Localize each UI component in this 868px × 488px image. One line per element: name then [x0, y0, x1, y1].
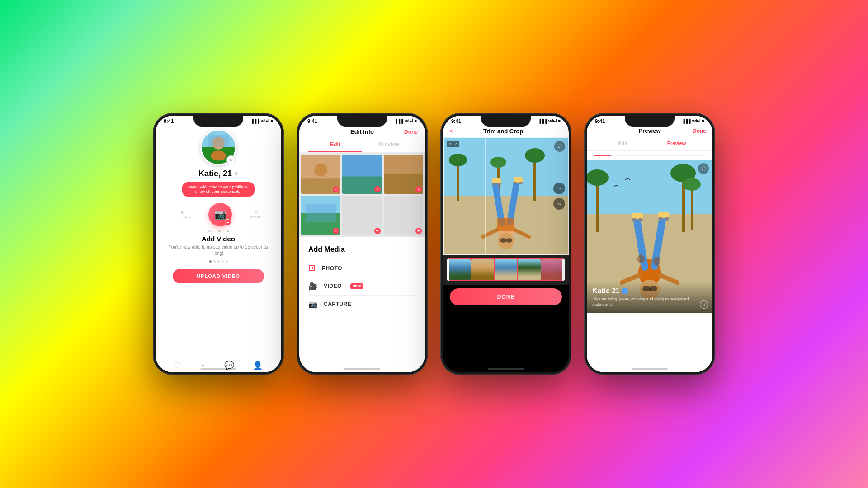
home-indicator-1: [200, 368, 236, 370]
notch-1: [193, 116, 243, 127]
phone2-header: Edit Info Done: [299, 125, 425, 138]
svg-rect-4: [208, 135, 229, 147]
preview-title: Preview: [638, 127, 660, 134]
status-icons-3: ▐▐▐ WiFi ■: [538, 119, 561, 123]
tab-preview-4[interactable]: Preview: [650, 137, 703, 150]
signal-icon-3: ▐▐▐: [538, 119, 547, 123]
remove-photo-4[interactable]: ×: [333, 228, 339, 234]
svg-point-54: [658, 217, 663, 221]
svg-point-52: [638, 218, 643, 221]
video-container: 0:07 🔊 ∞ 1x: [443, 137, 569, 255]
done-button-3[interactable]: DONE: [450, 288, 562, 305]
upload-video-button[interactable]: UPLOAD VIDEO: [173, 269, 264, 283]
grid-h-2: [443, 216, 569, 216]
loop-control[interactable]: ∞: [553, 183, 565, 194]
svg-point-51: [632, 218, 637, 221]
photo-cell-add-2[interactable]: +: [384, 196, 423, 235]
media-option-video[interactable]: 🎥 VIDEO NEW: [308, 277, 416, 296]
remove-photo-2[interactable]: ×: [374, 186, 381, 192]
name-text: Katie, 21: [198, 169, 232, 178]
svg-point-6: [314, 163, 327, 176]
phone2-tabs: Edit Preview: [299, 138, 425, 153]
media-option-capture[interactable]: 📷 CAPTURE: [308, 296, 416, 313]
add-media-button[interactable]: 📷 +: [208, 203, 232, 226]
capture-icon: 📷: [308, 300, 317, 309]
tab-edit[interactable]: Edit: [308, 138, 362, 152]
wifi-icon-1: WiFi: [261, 119, 269, 123]
preview-done-btn[interactable]: Done: [693, 128, 706, 134]
nav-person[interactable]: 👤: [253, 361, 263, 371]
video-controls-right: ∞ 1x: [553, 183, 565, 210]
nav-heart[interactable]: ♡: [174, 361, 181, 371]
add-media-section: Add Media 🖼 PHOTO 🎥 VIDEO NEW 📷 CAPTURE: [299, 239, 425, 319]
profile-name: Katie, 21 ⚙: [198, 169, 238, 178]
photo-icon: 🖼: [308, 264, 316, 272]
preview-overlay: Katie 21 ✓ I like traveling, jokes, cook…: [587, 282, 712, 313]
bottom-icons-row: ⚙ SETTINGS 📷 + 🛡 SAFETY: [165, 203, 272, 226]
svg-point-42: [587, 169, 609, 186]
wifi-icon-3: WiFi: [548, 119, 557, 123]
media-option-photo[interactable]: 🖼 PHOTO: [308, 260, 416, 277]
grid-h-1: [443, 177, 569, 177]
settings-nav-item[interactable]: ⚙ SETTINGS: [173, 211, 191, 219]
home-indicator-2: [344, 368, 380, 370]
battery-icon-4: ■: [702, 119, 704, 123]
photo-cell-3[interactable]: ×: [384, 155, 423, 194]
shield-icon: 🛡: [255, 211, 259, 214]
edit-avatar-badge[interactable]: ✏: [226, 155, 236, 164]
preview-bio: I like traveling, jokes, cooking and goi…: [592, 296, 707, 308]
time-4: 9:41: [595, 118, 605, 124]
preview-name: Katie 21 ✓: [592, 287, 707, 295]
battery-icon-3: ■: [558, 119, 561, 123]
dot-indicators: [209, 260, 228, 263]
sound-button-4[interactable]: 🔊: [698, 163, 709, 174]
timeline-strip[interactable]: [443, 255, 569, 285]
camera-icon: 📷: [214, 209, 226, 221]
photo-cell-2[interactable]: ×: [342, 155, 382, 194]
timeline-handle-right[interactable]: [562, 258, 565, 281]
crop-grid-overlay: [443, 137, 569, 255]
timeline-frame-5: [541, 259, 564, 280]
notch-3: [481, 116, 531, 127]
photo-cell-add-1[interactable]: +: [342, 196, 382, 235]
signal-icon-1: ▐▐▐: [251, 119, 259, 123]
edit-info-done-btn[interactable]: Done: [404, 129, 418, 135]
svg-point-3: [211, 150, 226, 160]
add-photo-plus-1: +: [374, 228, 381, 234]
avatar-container: ✏: [200, 129, 236, 165]
dot-5: [226, 260, 228, 263]
phone-4: 9:41 ▐▐▐ WiFi ■ Preview Done Edit Previe…: [584, 113, 715, 375]
timeline-handle-left[interactable]: [447, 258, 449, 281]
add-photo-plus-2: +: [415, 228, 422, 234]
phones-container: 9:41 ▐▐▐ WiFi ■: [0, 0, 868, 488]
settings-small-icon: ⚙: [234, 171, 238, 176]
tab-edit-4[interactable]: Edit: [596, 137, 650, 150]
back-button[interactable]: <: [449, 127, 453, 135]
video-icon: 🎥: [308, 282, 317, 291]
timeline-frame-1: [448, 259, 471, 280]
safety-nav-item[interactable]: 🛡 SAFETY: [250, 211, 263, 218]
dot-1: [209, 260, 212, 263]
svg-rect-14: [306, 205, 336, 222]
info-icon[interactable]: ℹ: [700, 300, 708, 309]
dot-2: [213, 260, 216, 263]
phone3-header: < Trim and Crop: [443, 125, 569, 137]
svg-point-55: [665, 217, 669, 221]
timeline-bar[interactable]: [447, 258, 565, 281]
photo-cell-4[interactable]: ×: [301, 196, 340, 235]
svg-point-59: [637, 254, 645, 263]
phone4-header: Preview Done: [587, 125, 712, 137]
sound-button-3[interactable]: 🔊: [554, 141, 565, 152]
timeline-frame-3: [495, 259, 518, 280]
phone1-content: ✏ Katie, 21 ⚙ New! Add video to your pro…: [156, 125, 281, 286]
add-media-title: Add Media: [308, 245, 416, 253]
time-1: 9:41: [164, 118, 174, 124]
progress-bar[interactable]: [594, 155, 705, 156]
battery-icon-2: ■: [415, 119, 417, 123]
tab-preview[interactable]: Preview: [362, 138, 416, 152]
speed-control[interactable]: 1x: [553, 198, 565, 210]
status-icons-4: ▐▐▐ WiFi ■: [682, 119, 705, 123]
photo-cell-1[interactable]: ×: [301, 155, 340, 194]
tooltip-bubble: New! Add video to your profile to show o…: [182, 182, 255, 197]
phone-2: 9:41 ▐▐▐ WiFi ■ Edit Info Done Edit Prev…: [297, 113, 428, 375]
